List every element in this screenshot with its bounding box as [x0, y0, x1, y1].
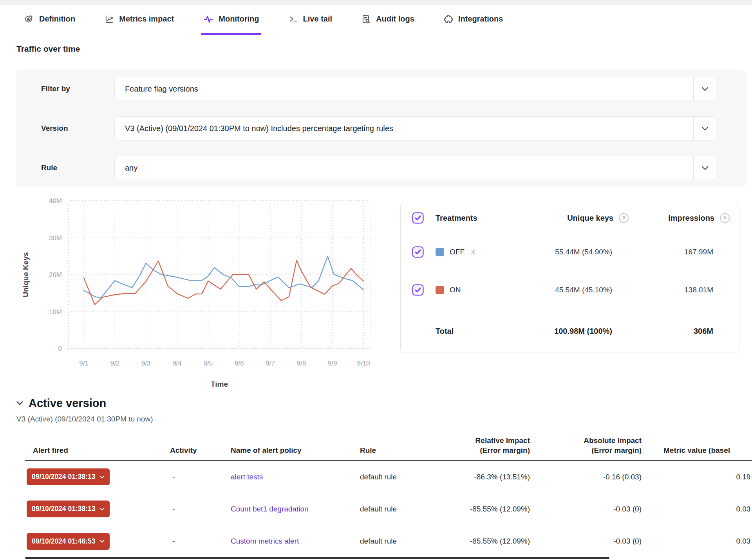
- svg-text:Time: Time: [211, 380, 228, 388]
- svg-text:9/4: 9/4: [172, 360, 182, 367]
- alert-row: 09/10/2024 01:46:53 - Custom metrics ale…: [25, 525, 752, 557]
- snowflake-icon: ✳: [470, 247, 477, 257]
- tab-label: Live tail: [303, 14, 332, 23]
- tab-label: Integrations: [458, 14, 503, 23]
- unique-keys-column-header: Unique keys: [567, 214, 613, 223]
- tab-label: Monitoring: [219, 14, 259, 23]
- treatment-name: ON: [450, 286, 461, 294]
- chevron-down-icon: [16, 401, 23, 405]
- audit-logs-icon: [361, 14, 371, 24]
- col-metric-value: Metric value (basel: [644, 445, 752, 456]
- tab-definition[interactable]: Definition: [23, 5, 77, 35]
- alert-activity: -: [170, 537, 231, 546]
- on-unique-keys: 45.54M (45.10%): [555, 286, 612, 294]
- active-version-toggle[interactable]: Active version: [16, 397, 106, 410]
- tab-label: Metrics impact: [119, 14, 174, 23]
- alert-metric-value: 0.03 (: [644, 537, 752, 546]
- rule-label: Rule: [41, 156, 57, 180]
- svg-text:9/5: 9/5: [203, 360, 213, 367]
- treatment-name: OFF: [450, 248, 465, 256]
- alert-policy-link[interactable]: alert tests: [231, 473, 263, 481]
- alert-metric-value: 0.03 (: [644, 505, 752, 513]
- traffic-over-time-chart: 010M20M30M40M9/19/29/39/49/59/69/79/89/9…: [0, 180, 392, 399]
- rule-value: any: [125, 164, 137, 173]
- alert-fired-badge[interactable]: 09/10/2024 01:38:13: [27, 501, 110, 517]
- help-icon[interactable]: ?: [720, 213, 730, 223]
- filter-by-label: Filter by: [41, 77, 70, 101]
- alert-fired-badge[interactable]: 09/10/2024 01:38:13: [27, 468, 110, 485]
- on-checkbox[interactable]: [412, 284, 424, 296]
- svg-text:10M: 10M: [49, 308, 62, 316]
- alert-absolute-impact: -0.03 (0): [532, 505, 644, 513]
- chevron-down-icon: [99, 540, 105, 543]
- tab-label: Definition: [39, 14, 75, 23]
- svg-text:9/8: 9/8: [296, 360, 306, 367]
- total-unique-keys: 100.98M (100%): [554, 327, 612, 336]
- filter-by-value: Feature flag versions: [125, 85, 198, 94]
- col-rule: Rule: [360, 445, 423, 456]
- filter-by-dropdown[interactable]: Feature flag versions: [114, 77, 716, 101]
- col-absolute-impact: Absolute Impact(Error margin): [532, 436, 644, 456]
- alert-relative-impact: -85.55% (12.09%): [423, 537, 532, 546]
- treatment-row-on: ON 45.54M (45.10%) 138.01M: [401, 271, 739, 309]
- integrations-icon: [443, 14, 454, 24]
- version-dropdown[interactable]: V3 (Active) (09/01/2024 01:30PM to now) …: [114, 116, 716, 140]
- alert-activity: -: [170, 505, 231, 513]
- treatments-panel: Treatments Unique keys ? Impressions ? O…: [400, 203, 739, 353]
- horizontal-scrollbar-thumb[interactable]: [25, 557, 609, 559]
- svg-text:9/7: 9/7: [266, 360, 275, 367]
- off-impressions: 167.99M: [684, 248, 713, 256]
- traffic-chart-svg: 010M20M30M40M9/19/29/39/49/59/69/79/89/9…: [0, 180, 392, 399]
- off-series-swatch: [436, 248, 444, 256]
- col-activity: Activity: [170, 445, 231, 456]
- on-impressions: 138.01M: [684, 286, 713, 294]
- alert-relative-impact: -85.55% (12.09%): [423, 505, 532, 513]
- treatments-column-header: Treatments: [436, 214, 477, 223]
- chevron-down-icon[interactable]: [693, 117, 716, 140]
- alert-fired-badge[interactable]: 09/10/2024 01:46:53: [27, 533, 110, 550]
- alert-metric-value: 0.19 (: [644, 473, 752, 481]
- col-alert-fired: Alert fired: [25, 445, 170, 456]
- chevron-down-icon[interactable]: [693, 77, 716, 101]
- filter-row-rule: Rule any: [16, 156, 746, 180]
- tab-bar: Definition Metrics impact Monitoring Liv…: [3, 5, 749, 35]
- chevron-down-icon: [99, 475, 105, 479]
- chevron-down-icon: [99, 508, 105, 511]
- filter-row-filter-by: Filter by Feature flag versions: [16, 77, 746, 101]
- alert-row: 09/10/2024 01:38:13 - Count bet1 degrada…: [25, 493, 752, 525]
- tab-live-tail[interactable]: Live tail: [287, 5, 334, 35]
- select-all-checkbox[interactable]: [412, 212, 424, 224]
- svg-text:30M: 30M: [49, 234, 62, 242]
- alert-rule: default rule: [360, 505, 423, 513]
- col-relative-impact: Relative Impact(Error margin): [423, 436, 532, 456]
- alerts-table-header: Alert fired Activity Name of alert polic…: [25, 430, 752, 461]
- svg-text:20M: 20M: [49, 271, 62, 279]
- help-icon[interactable]: ?: [619, 213, 629, 223]
- monitoring-icon: [203, 14, 214, 25]
- definition-icon: [24, 14, 34, 24]
- alert-rule: default rule: [360, 473, 423, 481]
- total-label: Total: [436, 327, 454, 336]
- rule-dropdown[interactable]: any: [114, 156, 716, 180]
- chevron-down-icon[interactable]: [693, 156, 716, 180]
- alert-policy-link[interactable]: Count bet1 degradation: [231, 505, 309, 513]
- svg-text:0: 0: [58, 345, 62, 353]
- tab-metrics-impact[interactable]: Metrics impact: [103, 5, 175, 35]
- tab-monitoring[interactable]: Monitoring: [201, 5, 260, 35]
- col-policy: Name of alert policy: [231, 445, 360, 456]
- tab-audit-logs[interactable]: Audit logs: [360, 5, 416, 35]
- svg-text:9/10: 9/10: [357, 360, 370, 367]
- off-checkbox[interactable]: [412, 246, 424, 258]
- alert-policy-link[interactable]: Custom metrics alert: [231, 537, 299, 545]
- active-version-subtitle: V3 (Active) (09/10/2024 01:30PM to now): [16, 415, 153, 423]
- total-impressions: 306M: [694, 327, 713, 336]
- live-tail-icon: [288, 14, 298, 24]
- version-value: V3 (Active) (09/01/2024 01:30PM to now) …: [125, 124, 393, 133]
- alert-absolute-impact: -0.16 (0.03): [532, 473, 644, 481]
- alert-absolute-impact: -0.03 (0): [532, 537, 644, 546]
- svg-text:9/9: 9/9: [328, 360, 337, 367]
- metrics-impact-icon: [104, 14, 114, 24]
- alert-rule: default rule: [360, 537, 423, 546]
- treatments-header-row: Treatments Unique keys ? Impressions ?: [401, 203, 739, 233]
- tab-integrations[interactable]: Integrations: [442, 5, 504, 35]
